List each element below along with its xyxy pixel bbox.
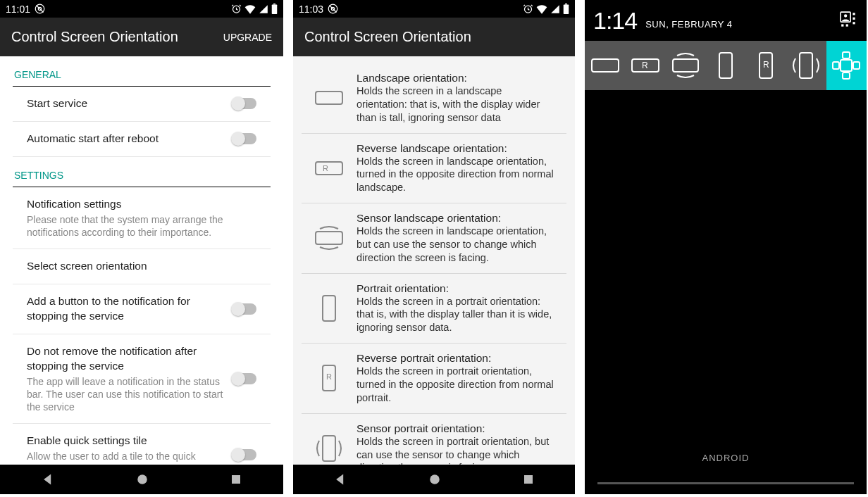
option-title: Reverse portrait orientation: [356, 352, 554, 365]
nav-recent-button[interactable] [230, 473, 242, 486]
pref-sublabel: The app will leave a notification in the… [27, 375, 227, 414]
status-bar: 11:01 [0, 0, 283, 18]
status-time: 11:01 [6, 4, 30, 15]
svg-rect-12 [564, 5, 569, 15]
toggle-keep-notification[interactable] [232, 373, 256, 384]
nav-bar [293, 465, 575, 494]
svg-rect-13 [565, 4, 567, 5]
wifi-icon [244, 4, 256, 14]
svg-rect-42 [841, 60, 852, 71]
clock-date: SUN, FEBRUARY 4 [645, 19, 732, 30]
alarm-icon [231, 4, 242, 14]
app-title: Control Screen Orientation [304, 29, 471, 45]
app-title: Control Screen Orientation [11, 29, 178, 45]
option-landscape[interactable]: Landscape orientation:Holds the screen i… [302, 63, 566, 134]
svg-rect-7 [232, 475, 240, 484]
pref-label: Do not remove the notification after sto… [27, 344, 227, 374]
section-settings: SETTINGS [0, 157, 283, 187]
toolbar-sensor-portrait[interactable] [786, 41, 826, 90]
svg-text:R: R [323, 164, 328, 172]
svg-rect-37 [673, 59, 698, 72]
option-reverse-landscape[interactable]: R Reverse landscape orientation:Holds th… [302, 134, 566, 204]
status-time: 11:03 [299, 4, 323, 15]
orientation-toolbar: R R [585, 41, 867, 90]
option-portrait[interactable]: Portrait orientation:Holds the screen in… [302, 274, 566, 344]
svg-rect-15 [316, 162, 342, 175]
svg-rect-18 [323, 296, 335, 321]
screenshot-2: 11:03 Control Screen Orientation Landsca… [293, 0, 575, 494]
option-title: Sensor landscape orientation: [356, 212, 554, 225]
status-bar: 11:03 [293, 0, 575, 18]
reverse-portrait-icon: R [311, 364, 347, 392]
toggle-quick-settings-tile[interactable] [232, 449, 256, 460]
svg-rect-29 [852, 13, 855, 15]
option-title: Reverse landscape orientation: [356, 142, 554, 155]
option-sensor-portrait[interactable]: Sensor portrait orientation:Holds the sc… [302, 414, 566, 465]
signal-icon [550, 4, 560, 14]
lockscreen-body: ANDROID [585, 90, 867, 494]
app-bar: Control Screen Orientation UPGRADE [0, 18, 283, 56]
toggle-add-stop-button[interactable] [232, 303, 256, 315]
pref-quick-settings-tile[interactable]: Enable quick settings tile Allow the use… [13, 424, 271, 465]
svg-rect-30 [852, 18, 855, 20]
svg-rect-33 [846, 24, 848, 26]
nav-home-button[interactable] [136, 473, 149, 486]
svg-rect-32 [841, 24, 843, 26]
nav-recent-button[interactable] [522, 473, 535, 486]
nav-bar [0, 465, 283, 494]
toolbar-sensor-landscape[interactable] [665, 41, 705, 90]
svg-rect-17 [316, 232, 342, 244]
battery-icon [271, 4, 278, 14]
svg-rect-14 [316, 92, 342, 104]
clock-time: 1:14 [593, 7, 637, 34]
pref-label: Enable quick settings tile [27, 434, 227, 448]
svg-rect-21 [323, 436, 335, 461]
option-desc: Holds the screen in landscape orientatio… [356, 155, 554, 195]
upgrade-button[interactable]: UPGRADE [223, 32, 272, 43]
svg-rect-46 [853, 62, 860, 69]
toolbar-reverse-portrait[interactable]: R [746, 41, 786, 90]
toolbar-full-sensor[interactable] [826, 41, 867, 90]
svg-rect-31 [852, 22, 855, 24]
option-desc: Holds the screen in portrait orientation… [356, 435, 554, 465]
section-general: GENERAL [0, 56, 283, 86]
toolbar-reverse-landscape[interactable]: R [625, 41, 665, 90]
pref-label: Add a button to the notification for sto… [27, 294, 227, 324]
pref-label: Start service [27, 96, 227, 111]
orientation-status-icon [35, 4, 45, 14]
pref-select-orientation[interactable]: Select screen orientation [13, 249, 271, 284]
nav-back-button[interactable] [41, 472, 55, 486]
battery-icon [563, 4, 569, 14]
svg-line-10 [330, 6, 337, 13]
pref-notification-settings[interactable]: Notification settings Please note that t… [13, 187, 271, 249]
option-title: Sensor portrait orientation: [356, 422, 554, 435]
svg-rect-45 [833, 62, 839, 69]
pref-add-stop-button[interactable]: Add a button to the notification for sto… [13, 284, 271, 334]
app-bar: Control Screen Orientation [293, 18, 575, 56]
android-label: ANDROID [585, 453, 867, 463]
svg-rect-41 [800, 53, 812, 78]
pref-label: Automatic start after reboot [27, 132, 227, 146]
toolbar-portrait[interactable] [705, 41, 745, 90]
pref-label: Notification settings [27, 197, 256, 212]
option-reverse-portrait[interactable]: R Reverse portrait orientation:Holds the… [302, 344, 566, 414]
portrait-icon [311, 294, 347, 322]
option-sensor-landscape[interactable]: Sensor landscape orientation:Holds the s… [302, 203, 566, 274]
pref-start-service[interactable]: Start service [13, 87, 271, 122]
toggle-auto-start[interactable] [232, 133, 256, 144]
svg-text:R: R [326, 372, 332, 381]
toolbar-landscape[interactable] [585, 41, 625, 90]
toggle-start-service[interactable] [232, 98, 256, 109]
nav-back-button[interactable] [333, 472, 347, 486]
nav-home-button[interactable] [428, 473, 441, 486]
pref-keep-notification[interactable]: Do not remove the notification after sto… [13, 334, 271, 424]
svg-rect-43 [843, 52, 850, 58]
pref-sublabel: Allow the user to add a tile to the quic… [27, 450, 227, 465]
scroll-indicator[interactable] [597, 482, 854, 484]
sensor-landscape-icon [311, 224, 347, 252]
svg-rect-26 [524, 475, 533, 484]
sensor-portrait-icon [311, 434, 347, 463]
orientation-list[interactable]: Landscape orientation:Holds the screen i… [293, 56, 575, 465]
contact-card-icon[interactable] [840, 11, 858, 30]
pref-auto-start[interactable]: Automatic start after reboot [13, 122, 271, 157]
